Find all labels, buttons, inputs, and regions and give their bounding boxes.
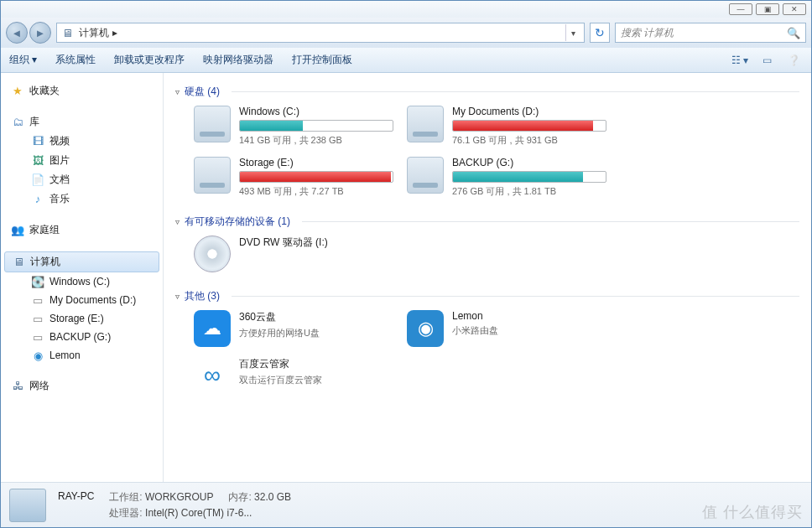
video-icon: 🎞 (31, 135, 44, 148)
usage-bar (452, 120, 606, 132)
drive-g[interactable]: BACKUP (G:) 276 GB 可用 , 共 1.81 TB (407, 157, 606, 198)
collapse-icon: ▿ (175, 87, 180, 96)
uninstall-programs[interactable]: 卸载或更改程序 (114, 53, 185, 67)
sidebar-drive-d[interactable]: ▭My Documents (D:) (1, 291, 163, 309)
section-hdd[interactable]: ▿硬盘 (4) (175, 80, 799, 104)
hdd-icon (407, 106, 444, 142)
drive-baidu[interactable]: ∞ 百度云管家 双击运行百度云管家 (194, 357, 393, 394)
address-dropdown[interactable]: ▾ (565, 24, 580, 41)
picture-icon: 🖼 (31, 154, 44, 168)
watermark: 值 什么值得买 (702, 502, 803, 522)
sidebar-library[interactable]: 🗂库 (1, 112, 163, 132)
computer-large-icon (9, 489, 46, 522)
computer-name: RAY-PC (58, 490, 94, 505)
nav-back-forward: ◄ ► (6, 22, 51, 44)
search-icon: 🔍 (787, 27, 800, 39)
dvd-icon (194, 236, 231, 272)
sidebar-drive-g[interactable]: ▭BACKUP (G:) (1, 328, 163, 346)
baidu-cloud-icon: ∞ (194, 357, 231, 394)
help-icon[interactable]: ❔ (784, 53, 803, 68)
close-button[interactable]: ✕ (783, 3, 806, 15)
sidebar-pictures[interactable]: 🖼图片 (1, 151, 163, 170)
collapse-icon: ▿ (175, 217, 180, 226)
360-cloud-icon: ☁ (194, 310, 231, 347)
sidebar-computer[interactable]: 🖥计算机 (4, 251, 159, 272)
drive-lemon[interactable]: ◉ Lemon 小米路由盘 (407, 310, 606, 347)
hdd-icon (194, 106, 231, 142)
sidebar-favorites[interactable]: ★收藏夹 (1, 81, 163, 101)
section-other[interactable]: ▿其他 (3) (175, 284, 799, 308)
sidebar-lemon[interactable]: ◉Lemon (1, 346, 163, 365)
sidebar-video[interactable]: 🎞视频 (1, 132, 163, 151)
section-removable[interactable]: ▿有可移动存储的设备 (1) (175, 210, 799, 234)
search-box[interactable]: 搜索 计算机 🔍 (615, 23, 806, 43)
minimize-button[interactable]: — (729, 3, 752, 15)
collapse-icon: ▿ (175, 292, 180, 301)
nav-bar: ◄ ► 🖥 计算机 ▸ ▾ ↻ 搜索 计算机 🔍 (1, 18, 811, 48)
sidebar-drive-c[interactable]: 💽Windows (C:) (1, 272, 163, 291)
chevron-right-icon: ▸ (112, 27, 117, 39)
drive-icon: ▭ (31, 330, 44, 344)
explorer-window: — ▣ ✕ ◄ ► 🖥 计算机 ▸ ▾ ↻ 搜索 计算机 🔍 组织 ▾ 系统属性… (0, 0, 812, 528)
usage-bar (452, 171, 606, 183)
sidebar-documents[interactable]: 📄文档 (1, 170, 163, 189)
drive-icon: ▭ (31, 312, 44, 325)
lemon-icon: ◉ (31, 349, 44, 362)
network-icon: 🖧 (11, 380, 24, 393)
homegroup-icon: 👥 (11, 224, 24, 237)
forward-button[interactable]: ► (29, 22, 51, 44)
map-network-drive[interactable]: 映射网络驱动器 (203, 53, 273, 67)
computer-icon: 🖥 (60, 26, 74, 39)
open-control-panel[interactable]: 打开控制面板 (292, 53, 352, 67)
usage-bar (239, 171, 393, 183)
sidebar: ★收藏夹 🗂库 🎞视频 🖼图片 📄文档 ♪音乐 👥家庭组 🖥计算机 💽Windo… (1, 73, 164, 482)
status-bar: RAY-PC 工作组: WORKGROUP 内存: 32.0 GB RAY-PC… (1, 482, 811, 527)
lemon-icon: ◉ (407, 310, 444, 347)
drive-icon: ▭ (31, 293, 44, 307)
drive-e[interactable]: Storage (E:) 493 MB 可用 , 共 7.27 TB (194, 157, 393, 198)
maximize-button[interactable]: ▣ (756, 3, 779, 15)
titlebar: — ▣ ✕ (1, 1, 811, 18)
view-options-icon[interactable]: ☷ ▾ (731, 53, 749, 68)
back-button[interactable]: ◄ (6, 22, 28, 44)
drive-d[interactable]: My Documents (D:) 76.1 GB 可用 , 共 931 GB (407, 106, 606, 147)
drive-c[interactable]: Windows (C:) 141 GB 可用 , 共 238 GB (194, 106, 393, 147)
address-bar[interactable]: 🖥 计算机 ▸ ▾ (56, 23, 585, 43)
drive-dvd[interactable]: DVD RW 驱动器 (I:) (194, 236, 393, 272)
computer-icon: 🖥 (12, 256, 25, 269)
body: ★收藏夹 🗂库 🎞视频 🖼图片 📄文档 ♪音乐 👥家庭组 🖥计算机 💽Windo… (1, 73, 811, 482)
document-icon: 📄 (31, 173, 44, 187)
system-properties[interactable]: 系统属性 (55, 53, 96, 67)
hdd-icon (407, 157, 444, 194)
sidebar-network[interactable]: 🖧网络 (1, 376, 163, 396)
drive-icon: 💽 (31, 275, 44, 288)
star-icon: ★ (11, 85, 24, 98)
breadcrumb[interactable]: 计算机 ▸ (79, 26, 117, 40)
sidebar-drive-e[interactable]: ▭Storage (E:) (1, 309, 163, 328)
drive-360[interactable]: ☁ 360云盘 方便好用的网络U盘 (194, 310, 393, 347)
search-placeholder: 搜索 计算机 (621, 26, 674, 40)
refresh-button[interactable]: ↻ (590, 23, 610, 43)
organize-menu[interactable]: 组织 ▾ (9, 53, 37, 67)
toolbar: 组织 ▾ 系统属性 卸载或更改程序 映射网络驱动器 打开控制面板 ☷ ▾ ▭ ❔ (1, 48, 811, 73)
library-icon: 🗂 (11, 116, 24, 129)
preview-pane-icon[interactable]: ▭ (757, 53, 776, 68)
usage-bar (239, 120, 393, 132)
content-pane: ▿硬盘 (4) Windows (C:) 141 GB 可用 , 共 238 G… (164, 73, 811, 482)
hdd-icon (194, 157, 231, 194)
sidebar-music[interactable]: ♪音乐 (1, 189, 163, 209)
sidebar-homegroup[interactable]: 👥家庭组 (1, 220, 163, 240)
music-icon: ♪ (31, 193, 44, 206)
breadcrumb-root[interactable]: 计算机 (79, 26, 109, 40)
